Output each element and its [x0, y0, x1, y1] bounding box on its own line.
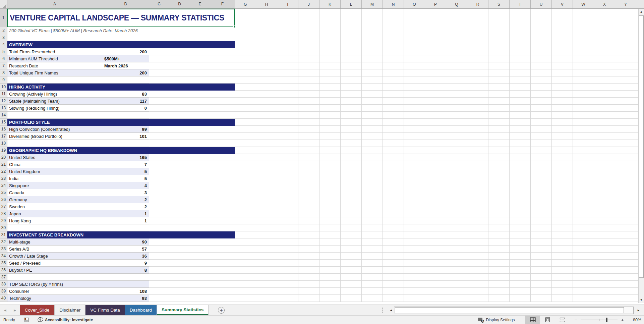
cell-K25[interactable]: [319, 189, 341, 196]
cell-W4[interactable]: [573, 41, 594, 48]
cell-I8[interactable]: [277, 69, 298, 76]
cell-J36[interactable]: [298, 267, 319, 274]
cell-G18[interactable]: [235, 140, 256, 147]
cell-F27[interactable]: [210, 203, 235, 210]
cell-X17[interactable]: [594, 133, 615, 140]
cell-L36[interactable]: [341, 267, 362, 274]
cell-J19[interactable]: [298, 147, 319, 154]
cell-C27[interactable]: [149, 203, 169, 210]
cell-L6[interactable]: [341, 55, 362, 62]
cell-E27[interactable]: [190, 203, 210, 210]
cell-S22[interactable]: [488, 168, 510, 175]
cell-O32[interactable]: [404, 238, 425, 246]
cell-O4[interactable]: [404, 41, 425, 48]
cell-Q21[interactable]: [446, 161, 467, 168]
cell-Q20[interactable]: [446, 154, 467, 161]
cell-I23[interactable]: [277, 175, 298, 182]
cell-P9[interactable]: [425, 76, 446, 84]
cell-W17[interactable]: [573, 133, 594, 140]
cell-R2[interactable]: [467, 27, 488, 34]
cell-F7[interactable]: [210, 62, 235, 69]
cell-E7[interactable]: [190, 62, 210, 69]
cell-I34[interactable]: [277, 253, 298, 260]
cell-L21[interactable]: [341, 161, 362, 168]
cell-W13[interactable]: [573, 105, 594, 112]
row-header-7[interactable]: 7: [0, 62, 7, 69]
cell-G32[interactable]: [235, 238, 256, 246]
cell-T23[interactable]: [510, 175, 531, 182]
cell-C21[interactable]: [149, 161, 169, 168]
cell-I15[interactable]: [277, 119, 298, 126]
cell-S11[interactable]: [488, 91, 510, 98]
cell-K39[interactable]: [319, 288, 341, 295]
cell-F29[interactable]: [210, 217, 235, 224]
cell-Y17[interactable]: [615, 133, 636, 140]
cell-W26[interactable]: [573, 196, 594, 203]
cell-C30[interactable]: [149, 224, 169, 231]
cell-J5[interactable]: [298, 48, 319, 55]
cell-Q14[interactable]: [446, 112, 467, 119]
cell-V25[interactable]: [552, 189, 573, 196]
cell-R13[interactable]: [467, 105, 488, 112]
cell-E9[interactable]: [190, 76, 210, 84]
cell-J34[interactable]: [298, 253, 319, 260]
cell-R15[interactable]: [467, 119, 488, 126]
cell-W15[interactable]: [573, 119, 594, 126]
cell-N14[interactable]: [383, 112, 404, 119]
cell-P29[interactable]: [425, 217, 446, 224]
cell-G30[interactable]: [235, 224, 256, 231]
cell-L7[interactable]: [341, 62, 362, 69]
cell-V31[interactable]: [552, 231, 573, 238]
cell-T30[interactable]: [510, 224, 531, 231]
cell-K19[interactable]: [319, 147, 341, 154]
cell-A39[interactable]: Consumer: [7, 288, 102, 295]
cell-R11[interactable]: [467, 91, 488, 98]
col-header-O[interactable]: O: [404, 0, 425, 8]
cell-D23[interactable]: [169, 175, 190, 182]
cell-I11[interactable]: [277, 91, 298, 98]
cell-P14[interactable]: [425, 112, 446, 119]
cell-C8[interactable]: [149, 69, 169, 76]
cell-S1[interactable]: [488, 9, 510, 27]
cell-R24[interactable]: [467, 182, 488, 189]
cell-Q39[interactable]: [446, 288, 467, 295]
col-header-I[interactable]: I: [277, 0, 298, 8]
cell-G27[interactable]: [235, 203, 256, 210]
cell-B6[interactable]: $500M+: [102, 55, 149, 62]
cell-L37[interactable]: [341, 274, 362, 281]
cell-J17[interactable]: [298, 133, 319, 140]
cell-R9[interactable]: [467, 76, 488, 84]
cell-N29[interactable]: [383, 217, 404, 224]
row-header-6[interactable]: 6: [0, 55, 7, 62]
col-header-K[interactable]: K: [319, 0, 341, 8]
display-settings-button[interactable]: ✻ Display Settings: [478, 318, 515, 322]
cell-U10[interactable]: [531, 84, 552, 91]
cell-A32[interactable]: Multi-stage: [7, 238, 102, 246]
cell-F20[interactable]: [210, 154, 235, 161]
cell-P18[interactable]: [425, 140, 446, 147]
cell-L4[interactable]: [341, 41, 362, 48]
cell-C39[interactable]: [149, 288, 169, 295]
cell-N36[interactable]: [383, 267, 404, 274]
row-header-38[interactable]: 38: [0, 281, 7, 288]
cell-J2[interactable]: [298, 27, 319, 34]
cell-Y12[interactable]: [615, 98, 636, 105]
cell-S26[interactable]: [488, 196, 510, 203]
cell-F13[interactable]: [210, 105, 235, 112]
cell-O31[interactable]: [404, 231, 425, 238]
cell-Y26[interactable]: [615, 196, 636, 203]
cell-U4[interactable]: [531, 41, 552, 48]
cell-Y6[interactable]: [615, 55, 636, 62]
cell-E36[interactable]: [190, 267, 210, 274]
cell-T17[interactable]: [510, 133, 531, 140]
cell-W14[interactable]: [573, 112, 594, 119]
cell-P27[interactable]: [425, 203, 446, 210]
cell-C6[interactable]: [149, 55, 169, 62]
cell-K38[interactable]: [319, 281, 341, 288]
cell-T11[interactable]: [510, 91, 531, 98]
cell-M14[interactable]: [362, 112, 383, 119]
cell-U7[interactable]: [531, 62, 552, 69]
cell-S15[interactable]: [488, 119, 510, 126]
cell-G22[interactable]: [235, 168, 256, 175]
cell-Q12[interactable]: [446, 98, 467, 105]
